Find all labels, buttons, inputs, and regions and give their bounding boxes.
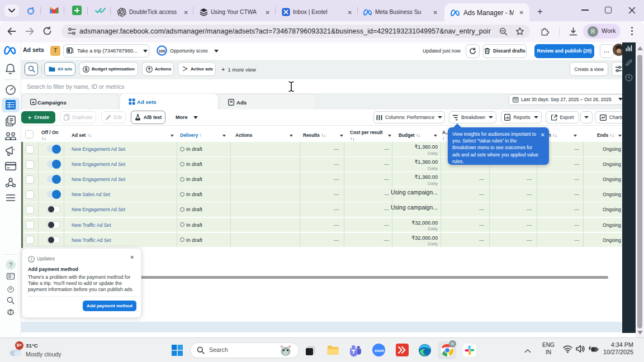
svg-text:100: 100 <box>159 49 165 53</box>
svg-text:$: $ <box>85 66 88 72</box>
